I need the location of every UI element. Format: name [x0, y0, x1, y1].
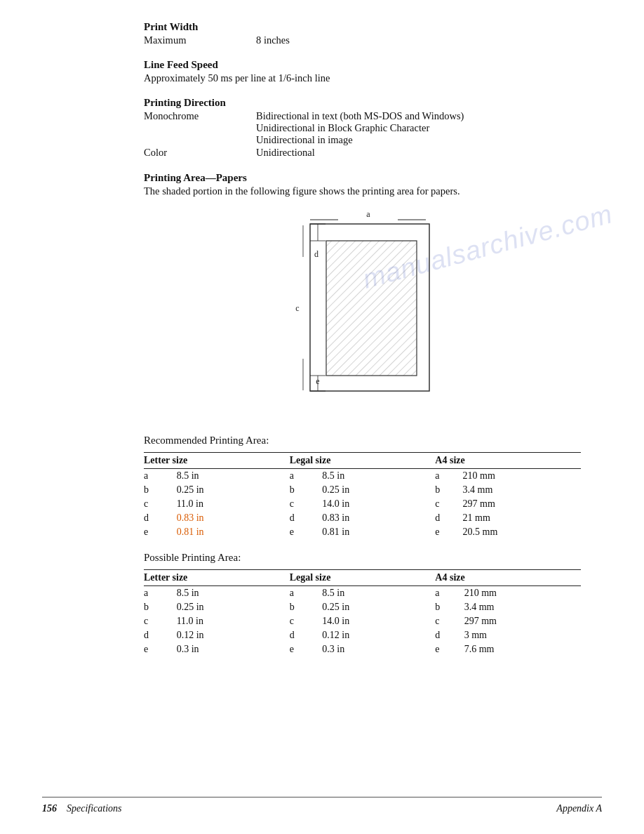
row-label: b: [435, 483, 462, 497]
row-value: 21 mm: [463, 511, 581, 525]
row-label: b: [290, 600, 323, 614]
row-value: 0.81 in: [322, 525, 435, 541]
direction-monochrome: Monochrome Bidirectional in text (both M…: [144, 110, 581, 146]
row-label: a: [290, 469, 323, 484]
table-row: b0.25 in: [144, 600, 290, 614]
row-value: 8.5 in: [322, 469, 435, 484]
row-label: e: [144, 525, 177, 541]
line-feed-value: Approximately 50 ms per line at 1/6-inch…: [144, 72, 581, 84]
row-value: 0.3 in: [177, 642, 290, 658]
table-row: e0.81 in: [144, 525, 290, 541]
print-width-section: Print Width Maximum 8 inches: [144, 21, 581, 46]
size-table: A4 sizea210 mmb3.4 mmc297 mmd3 mme7.6 mm: [435, 569, 581, 658]
direction-value-2: Unidirectional in Block Graphic Characte…: [256, 122, 464, 134]
footer-section: Specifications: [67, 803, 122, 814]
recommended-tables: Letter sizea8.5 inb0.25 inc11.0 ind0.83 …: [144, 452, 581, 541]
table-row: b0.25 in: [144, 483, 290, 497]
table-row: d21 mm: [435, 511, 581, 525]
row-value: 210 mm: [463, 469, 581, 484]
row-value: 14.0 in: [322, 497, 435, 511]
row-value: 14.0 in: [322, 614, 435, 628]
line-feed-section: Line Feed Speed Approximately 50 ms per …: [144, 59, 581, 84]
row-value: 0.3 in: [322, 642, 435, 658]
print-width-value: 8 inches: [256, 34, 290, 46]
row-value: 8.5 in: [177, 469, 290, 484]
table-row: c14.0 in: [290, 497, 436, 511]
print-width-title: Print Width: [144, 21, 581, 33]
row-label: c: [144, 614, 177, 628]
svg-text:a: a: [366, 209, 370, 219]
table-row: c11.0 in: [144, 614, 290, 628]
table-row: d0.83 in: [290, 511, 436, 525]
table-row: e20.5 mm: [435, 525, 581, 541]
table-row: c14.0 in: [290, 614, 436, 628]
footer: 156 Specifications Appendix A: [42, 803, 602, 814]
row-value: 3.4 mm: [463, 483, 581, 497]
row-label: c: [144, 497, 177, 511]
table-row: b3.4 mm: [435, 600, 581, 614]
table-row: a8.5 in: [144, 469, 290, 484]
row-value: 0.83 in: [322, 511, 435, 525]
printing-area-desc: The shaded portion in the following figu…: [144, 185, 581, 197]
row-label: a: [435, 586, 464, 601]
row-label: b: [290, 483, 323, 497]
row-label: d: [290, 511, 323, 525]
line-feed-title: Line Feed Speed: [144, 59, 581, 71]
direction-monochrome-label: Monochrome: [144, 110, 256, 146]
row-label: d: [144, 628, 177, 642]
page-content: Print Width Maximum 8 inches Line Feed S…: [0, 0, 644, 834]
row-label: a: [144, 586, 177, 601]
table-row: d3 mm: [435, 628, 581, 642]
row-value: 11.0 in: [177, 614, 290, 628]
direction-value-1: Bidirectional in text (both MS-DOS and W…: [256, 110, 464, 122]
table-header: A4 size: [435, 570, 581, 586]
row-label: c: [290, 497, 323, 511]
print-width-row: Maximum 8 inches: [144, 34, 581, 46]
direction-color-label: Color: [144, 147, 256, 159]
row-label: d: [144, 511, 177, 525]
direction-value-3: Unidirectional in image: [256, 134, 464, 146]
direction-rows: Monochrome Bidirectional in text (both M…: [144, 110, 581, 159]
print-width-label: Maximum: [144, 34, 256, 46]
printing-direction-section: Printing Direction Monochrome Bidirectio…: [144, 97, 581, 159]
row-label: d: [435, 511, 462, 525]
size-table: Legal sizea8.5 inb0.25 inc14.0 ind0.12 i…: [290, 569, 436, 658]
printing-area-diagram: a b h d c e: [264, 204, 461, 422]
printing-area-section: Printing Area—Papers The shaded portion …: [144, 172, 581, 422]
row-label: a: [144, 469, 177, 484]
row-value: 8.5 in: [177, 586, 290, 601]
recommended-label: Recommended Printing Area:: [144, 435, 581, 446]
footer-left: 156 Specifications: [42, 803, 122, 814]
table-row: c297 mm: [435, 614, 581, 628]
svg-text:d: d: [314, 249, 318, 259]
row-value: 3.4 mm: [464, 600, 581, 614]
row-value: 0.83 in: [177, 511, 290, 525]
table-row: e0.3 in: [290, 642, 436, 658]
row-label: b: [435, 600, 464, 614]
footer-appendix: Appendix A: [556, 803, 602, 814]
table-row: b0.25 in: [290, 483, 436, 497]
footer-line: [42, 797, 602, 797]
row-value: 297 mm: [463, 497, 581, 511]
row-value: 0.12 in: [177, 628, 290, 642]
row-value: 0.25 in: [322, 600, 435, 614]
row-value: 20.5 mm: [463, 525, 581, 541]
row-value: 8.5 in: [322, 586, 435, 601]
table-header: Letter size: [144, 453, 290, 469]
printing-area-title: Printing Area—Papers: [144, 172, 581, 184]
table-row: c297 mm: [435, 497, 581, 511]
possible-tables: Letter sizea8.5 inb0.25 inc11.0 ind0.12 …: [144, 569, 581, 658]
row-value: 210 mm: [464, 586, 581, 601]
row-label: e: [144, 642, 177, 658]
table-row: a8.5 in: [290, 469, 436, 484]
table-header: Letter size: [144, 570, 290, 586]
row-label: c: [435, 614, 464, 628]
row-label: a: [435, 469, 462, 484]
table-header: A4 size: [435, 453, 581, 469]
size-table: Letter sizea8.5 inb0.25 inc11.0 ind0.83 …: [144, 452, 290, 541]
row-label: e: [290, 525, 323, 541]
table-header: Legal size: [290, 453, 436, 469]
direction-color: Color Unidirectional: [144, 147, 581, 159]
table-row: a210 mm: [435, 469, 581, 484]
table-row: d0.83 in: [144, 511, 290, 525]
